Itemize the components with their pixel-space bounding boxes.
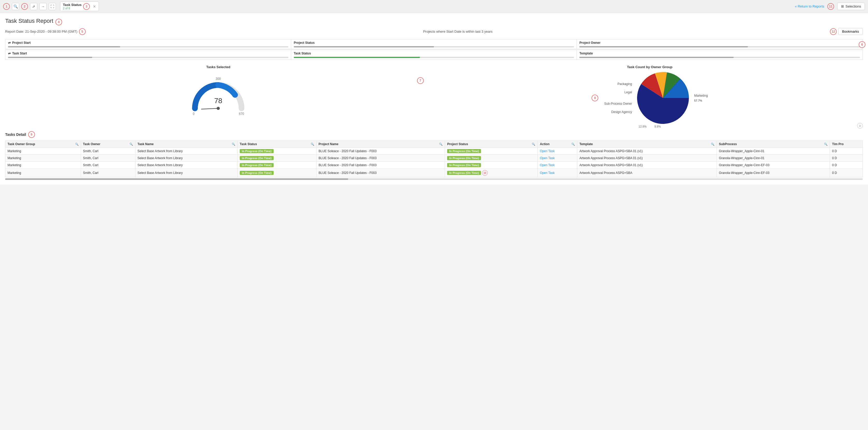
search-icon-owner-group[interactable]: 🔍 bbox=[75, 143, 79, 146]
filter-label-task-status: Task Status bbox=[294, 52, 311, 55]
open-task-link[interactable]: Open Task bbox=[540, 156, 555, 160]
table-cell[interactable]: Open Task bbox=[538, 155, 577, 162]
expand-chart-button[interactable]: ⊙ bbox=[857, 123, 863, 128]
table-cell[interactable]: Open Task bbox=[538, 169, 577, 177]
filter-label-task-start: Task Start bbox=[12, 52, 27, 55]
col-task-owner-group: Task Owner Group 🔍 bbox=[5, 141, 81, 148]
table-cell[interactable]: Open Task bbox=[538, 162, 577, 169]
tasks-detail-title-text: Tasks Detail bbox=[5, 133, 26, 137]
search-icon-action[interactable]: 🔍 bbox=[571, 143, 575, 146]
search-icon-task-owner[interactable]: 🔍 bbox=[129, 143, 133, 146]
table-cell: Artwork Approval Process ASPG+SBA 01 (v1… bbox=[577, 162, 717, 169]
filter-project-status[interactable]: Project Status bbox=[291, 39, 577, 49]
return-to-reports-link[interactable]: « Return to Reports bbox=[795, 4, 824, 8]
bookmarks-button[interactable]: Bookmarks bbox=[838, 28, 863, 35]
col-project-status: Project Status 🔍 bbox=[445, 141, 538, 148]
main-content: Task Status Report 4 Report Date: 21-Sep… bbox=[0, 13, 868, 184]
active-tab[interactable]: Task Status 2 of 8 3 ✕ bbox=[60, 2, 99, 11]
svg-text:670: 670 bbox=[239, 112, 244, 116]
pie-label-design: Design Agency bbox=[601, 110, 632, 114]
table-cell[interactable]: Open Task bbox=[538, 148, 577, 155]
search-icon-task-name[interactable]: 🔍 bbox=[232, 143, 235, 146]
filter-task-status[interactable]: Task Status bbox=[291, 50, 577, 60]
search-icon-project-name[interactable]: 🔍 bbox=[439, 143, 443, 146]
pie-pct-design: 12.8% bbox=[639, 125, 647, 128]
search-icon-project-status[interactable]: 🔍 bbox=[532, 143, 535, 146]
gauge-title: Tasks Selected bbox=[5, 65, 432, 69]
table-cell: BLUE Soleace - 2020 Fall Updates - F003 bbox=[316, 155, 445, 162]
search-icon-task-status[interactable]: 🔍 bbox=[311, 143, 314, 146]
table-header-row: Task Owner Group 🔍 Task Owner 🔍 Task Nam… bbox=[5, 141, 863, 148]
filter-template[interactable]: Template bbox=[577, 50, 863, 60]
table-cell: Marketing bbox=[5, 155, 81, 162]
open-task-link[interactable]: Open Task bbox=[540, 171, 555, 175]
table-row: MarketingSmith, CarlSelect Base Artwork … bbox=[5, 148, 863, 155]
pie-label-packaging: Packaging bbox=[601, 82, 632, 86]
pie-pct-subprocess: 9.8% bbox=[654, 125, 661, 128]
open-task-link[interactable]: Open Task bbox=[540, 163, 555, 167]
table-cell: 0 D bbox=[830, 148, 863, 155]
annotation-12: 12 bbox=[830, 28, 837, 35]
filter-task-start[interactable]: ⇌ Task Start bbox=[5, 50, 291, 60]
tab-close-button[interactable]: ✕ bbox=[93, 4, 96, 8]
table-scrollbar[interactable] bbox=[5, 178, 863, 180]
filter-row-1: ⇌ Project Start Project Status Project O… bbox=[5, 39, 863, 49]
table-cell: Select Base Artwork from Library bbox=[135, 169, 238, 177]
pie-label-subprocess: Sub-Process Owner bbox=[601, 102, 632, 106]
tasks-table: Task Owner Group 🔍 Task Owner 🔍 Task Nam… bbox=[5, 141, 863, 177]
forward-icon[interactable]: → bbox=[39, 3, 46, 10]
col-task-owner: Task Owner 🔍 bbox=[81, 141, 135, 148]
table-row: MarketingSmith, CarlSelect Base Artwork … bbox=[5, 162, 863, 169]
charts-area: Tasks Selected 7 78 0 bbox=[5, 65, 863, 128]
annotation-8: 8 bbox=[591, 95, 598, 101]
table-cell: Granola-Wrapper_Apple-Cinn-01 bbox=[717, 155, 830, 162]
table-cell: Marketing bbox=[5, 162, 81, 169]
table-cell: Select Base Artwork from Library bbox=[135, 148, 238, 155]
search-icon-subprocess[interactable]: 🔍 bbox=[824, 143, 828, 146]
filter-icon-project-start: ⇌ bbox=[8, 41, 10, 45]
toolbar: 1 🔍 2 ⇗ → ⛶ Task Status 2 of 8 3 ✕ « Ret… bbox=[0, 0, 868, 13]
tasks-detail-section: Tasks Detail 9 Task Owner Group 🔍 Task O… bbox=[5, 131, 863, 180]
pie-title: Task Count by Owner Group bbox=[437, 65, 863, 69]
pie-section: Task Count by Owner Group 8 Packaging Le… bbox=[437, 65, 863, 128]
gauge-svg: 78 0 670 300 bbox=[187, 72, 249, 116]
table-cell: In Progress (On Time) bbox=[238, 169, 316, 177]
search-icon-template[interactable]: 🔍 bbox=[711, 143, 714, 146]
fullscreen-icon[interactable]: ⛶ bbox=[49, 3, 56, 10]
col-action: Action 🔍 bbox=[538, 141, 577, 148]
table-cell: In Progress (On Time) bbox=[445, 162, 538, 169]
tab-subtitle: 2 of 8 bbox=[63, 7, 82, 10]
annotation-11: 11 bbox=[827, 3, 834, 10]
table-cell: In Progress (On Time) bbox=[238, 162, 316, 169]
col-task-status: Task Status 🔍 bbox=[238, 141, 316, 148]
col-template: Template 🔍 bbox=[577, 141, 717, 148]
pie-svg bbox=[637, 72, 689, 124]
table-cell: Select Base Artwork from Library bbox=[135, 155, 238, 162]
filter-label-project-owner: Project Owner bbox=[579, 41, 600, 45]
filter-label-project-status: Project Status bbox=[294, 41, 315, 45]
table-cell: In Progress (On Time) bbox=[238, 148, 316, 155]
expand-icon[interactable]: ⇗ bbox=[30, 3, 37, 10]
selections-grid-icon: ⊞ bbox=[841, 4, 844, 8]
tab-title: Task Status bbox=[63, 3, 82, 7]
table-row: MarketingSmith, CarlSelect Base Artwork … bbox=[5, 169, 863, 177]
annotation-1: 1 bbox=[3, 3, 10, 10]
table-cell: BLUE Soleace - 2020 Fall Updates - F003 bbox=[316, 169, 445, 177]
table-cell: Granola-Wrapper_Apple-Cinn-EF-03 bbox=[717, 169, 830, 177]
filter-project-owner[interactable]: Project Owner bbox=[577, 39, 863, 49]
filter-row-2: ⇌ Task Start Task Status Template bbox=[5, 50, 863, 60]
selections-button[interactable]: ⊞ Selections bbox=[837, 3, 865, 10]
report-title: Task Status Report bbox=[5, 18, 53, 24]
table-cell: In Progress (On Time)10 bbox=[445, 169, 538, 177]
filter-project-start[interactable]: ⇌ Project Start bbox=[5, 39, 291, 49]
table-cell: Select Base Artwork from Library bbox=[135, 162, 238, 169]
zoom-icon[interactable]: 🔍 bbox=[12, 3, 19, 10]
open-task-link[interactable]: Open Task bbox=[540, 149, 555, 153]
report-meta: Report Date: 21-Sep-2020 - 09:38:00 PM (… bbox=[5, 28, 863, 35]
svg-text:300: 300 bbox=[216, 77, 221, 81]
report-date: Report Date: 21-Sep-2020 - 09:38:00 PM (… bbox=[5, 30, 78, 33]
table-cell: In Progress (On Time) bbox=[238, 155, 316, 162]
table-cell: BLUE Soleace - 2020 Fall Updates - F003 bbox=[316, 148, 445, 155]
col-subprocess: SubProcess 🔍 bbox=[717, 141, 830, 148]
table-cell: Marketing bbox=[5, 148, 81, 155]
